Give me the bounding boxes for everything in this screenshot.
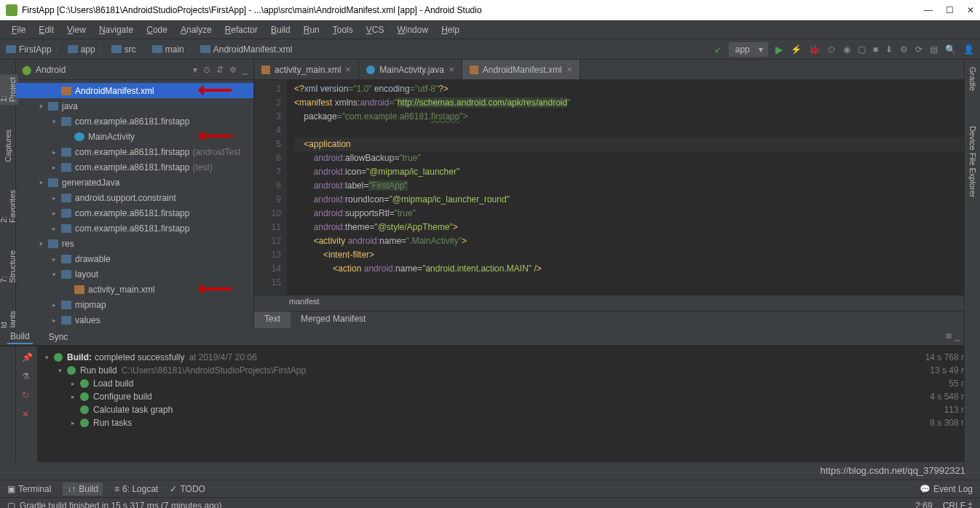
close-button[interactable]: ✕: [967, 5, 974, 15]
status-message: Gradle build finished in 15 s 317 ms (7 …: [20, 501, 221, 509]
profiler-button[interactable]: ⏲: [827, 44, 836, 55]
attach-button[interactable]: ◉: [843, 44, 850, 55]
breadcrumb-1[interactable]: app 〉: [68, 43, 107, 55]
stop-button[interactable]: ■: [873, 44, 878, 55]
tree-item[interactable]: ▸android.support.constraint: [16, 190, 253, 205]
editor-breadcrumb[interactable]: manifest: [254, 295, 980, 311]
tree-item[interactable]: ▾java: [16, 98, 253, 114]
maximize-button[interactable]: ☐: [946, 5, 954, 15]
left-tab----favorites[interactable]: 2: Favorites: [0, 187, 18, 226]
sdk-button[interactable]: ⬇: [885, 44, 893, 55]
collapse-icon[interactable]: ⊙: [203, 65, 210, 75]
menu-vcs[interactable]: VCS: [362, 23, 389, 36]
editor-tab[interactable]: AndroidManifest.xml✕: [462, 60, 580, 79]
project-view-selector[interactable]: Android: [36, 65, 193, 75]
event-log-button[interactable]: 💬 Event Log: [920, 484, 973, 494]
tree-item[interactable]: ▸com.example.a86181.firstapp: [16, 221, 253, 236]
menu-view[interactable]: View: [63, 23, 90, 36]
project-structure-button[interactable]: ⚙: [900, 44, 908, 55]
menu-edit[interactable]: Edit: [34, 23, 58, 36]
tree-item[interactable]: AndroidManifest.xml: [16, 83, 253, 98]
editor-tab[interactable]: MainActivity.java✕: [359, 60, 462, 79]
tree-item[interactable]: ▾layout: [16, 266, 253, 282]
tree-item[interactable]: ▾com.example.a86181.firstapp: [16, 114, 253, 129]
apply-changes-icon[interactable]: ⚡: [791, 44, 802, 55]
minimize-button[interactable]: —: [924, 5, 933, 15]
line-separator[interactable]: CRLF ‡: [943, 501, 973, 509]
android-icon: ⬤: [22, 65, 31, 75]
tool-window-todo[interactable]: ✓ TODO: [170, 483, 205, 496]
editor-tabs: activity_main.xml✕MainActivity.java✕Andr…: [254, 60, 980, 80]
menu-analyze[interactable]: Analyze: [176, 23, 216, 36]
filter-icon[interactable]: ⇵: [216, 65, 224, 75]
menu-tools[interactable]: Tools: [328, 23, 357, 36]
left-tab----structure[interactable]: 7: Structure: [0, 247, 18, 286]
breadcrumb-4[interactable]: AndroidManifest.xml: [200, 43, 293, 55]
tool-window-logcat[interactable]: ≡ 6: Logcat: [114, 483, 158, 496]
settings-icon[interactable]: ✲: [229, 65, 237, 75]
editor-mode-tab[interactable]: Merged Manifest: [291, 311, 376, 328]
sync-icon[interactable]: ↙: [714, 44, 722, 55]
build-tab-build[interactable]: Build: [7, 330, 33, 344]
menu-run[interactable]: Run: [299, 23, 324, 36]
menu-build[interactable]: Build: [266, 23, 295, 36]
tree-item[interactable]: ▾res: [16, 236, 253, 251]
tree-item[interactable]: ▸values: [16, 312, 253, 328]
build-output-tree[interactable]: ▾Build:completed successfullyat 2019/4/7…: [38, 346, 980, 462]
tool-window-terminal[interactable]: ▣ Terminal: [7, 483, 51, 496]
tree-item[interactable]: ▾generatedJava: [16, 175, 253, 190]
left-tool-strip: 1: ProjectCaptures2: Favorites7: Structu…: [0, 60, 16, 328]
app-icon: [6, 4, 17, 16]
status-icon: ▢: [7, 501, 15, 509]
tree-item[interactable]: ▸com.example.a86181.firstapp(test): [16, 159, 253, 175]
breadcrumb-3[interactable]: main 〉: [152, 43, 196, 55]
build-row[interactable]: ▸Configure build4 s 548 ms: [45, 390, 973, 403]
right-tool-strip: GradleDevice File Explorer: [964, 60, 980, 475]
left-tab----project[interactable]: 1: Project: [0, 74, 18, 105]
code-editor[interactable]: <?xml version="1.0" encoding="utf-8"?> <…: [287, 80, 980, 295]
right-tab-device-file-explorer[interactable]: Device File Explorer: [967, 123, 979, 200]
menu-refactor[interactable]: Refactor: [221, 23, 262, 36]
build-row[interactable]: ▾Run buildC:\Users\86181\AndroidStudioPr…: [45, 364, 973, 377]
build-row[interactable]: ▸Load build55 ms: [45, 377, 973, 390]
run-button[interactable]: ▶: [775, 44, 783, 55]
menu-file[interactable]: File: [7, 23, 30, 36]
build-settings-icon[interactable]: ✲ ⎯: [945, 331, 960, 341]
tree-item[interactable]: MainActivity: [16, 129, 253, 144]
avd-button[interactable]: ▢: [858, 44, 866, 55]
user-icon[interactable]: 👤: [963, 44, 974, 55]
run-config-selector[interactable]: app: [729, 42, 768, 57]
debug-button[interactable]: 🐞: [809, 44, 820, 55]
hide-icon[interactable]: ⎯: [242, 65, 248, 75]
menu-window[interactable]: Window: [392, 23, 432, 36]
tree-item[interactable]: ▸drawable: [16, 251, 253, 266]
search-button[interactable]: 🔍: [945, 44, 956, 55]
layout-inspector-button[interactable]: ▤: [930, 44, 938, 55]
right-tab-gradle[interactable]: Gradle: [967, 64, 979, 94]
build-filter-icon[interactable]: ⚗: [22, 371, 32, 381]
menu-help[interactable]: Help: [437, 23, 464, 36]
build-rerun-icon[interactable]: ↻: [22, 390, 32, 400]
tree-item[interactable]: ▸com.example.a86181.firstapp: [16, 205, 253, 221]
menubar: FileEditViewNavigateCodeAnalyzeRefactorB…: [0, 20, 980, 39]
left-tab-captures[interactable]: Captures: [2, 127, 14, 165]
tree-item[interactable]: ▸mipmap: [16, 297, 253, 312]
build-tab-sync[interactable]: Sync: [46, 330, 71, 344]
project-tree[interactable]: AndroidManifest.xml▾java▾com.example.a86…: [16, 80, 253, 328]
build-pin-icon[interactable]: 📌: [22, 352, 32, 362]
editor-tab[interactable]: activity_main.xml✕: [254, 60, 359, 79]
editor-mode-tab[interactable]: Text: [254, 311, 291, 328]
build-close-icon[interactable]: ✕: [22, 409, 32, 419]
build-row[interactable]: Calculate task graph113 ms: [45, 403, 973, 416]
sync-gradle-button[interactable]: ⟳: [915, 44, 922, 55]
tool-window-build[interactable]: ↓↑ Build: [63, 483, 103, 496]
tree-item[interactable]: activity_main.xml: [16, 282, 253, 297]
build-row[interactable]: ▸Run tasks8 s 308 ms: [45, 416, 973, 429]
menu-navigate[interactable]: Navigate: [95, 23, 138, 36]
menu-code[interactable]: Code: [142, 23, 172, 36]
build-panel-header: Build Sync ✲ ⎯: [0, 328, 980, 346]
build-row[interactable]: ▾Build:completed successfullyat 2019/4/7…: [45, 351, 973, 364]
breadcrumb-0[interactable]: FirstApp 〉: [6, 43, 63, 55]
tree-item[interactable]: ▸com.example.a86181.firstapp(androidTest: [16, 144, 253, 159]
breadcrumb-2[interactable]: src 〉: [111, 43, 148, 55]
